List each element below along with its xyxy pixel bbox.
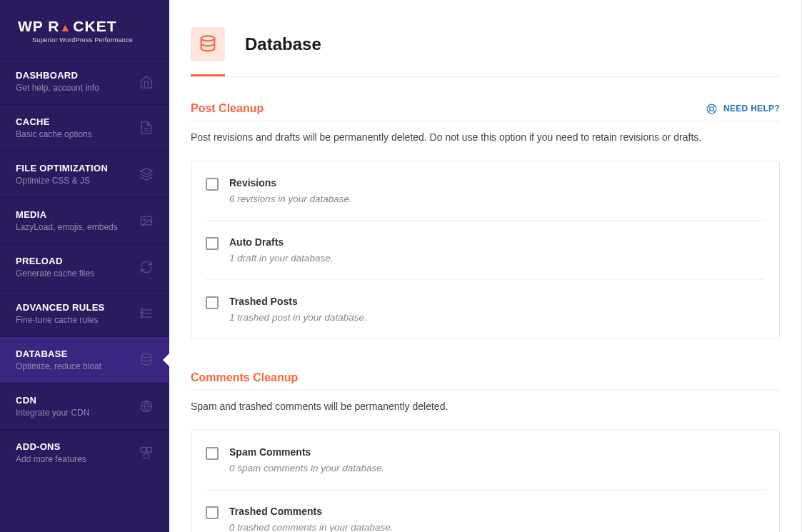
sidebar-item-dashboard[interactable]: DASHBOARD Get help, account info bbox=[0, 58, 169, 104]
option-box: Revisions 6 revisions in your database. … bbox=[191, 161, 780, 339]
home-icon bbox=[139, 74, 154, 89]
sidebar-item-label: PRELOAD bbox=[16, 256, 94, 266]
page-header: Database bbox=[169, 0, 801, 74]
rocket-icon: ▲ bbox=[59, 21, 71, 34]
option-checkbox[interactable] bbox=[206, 178, 219, 191]
option-label: Trashed Posts bbox=[229, 296, 367, 307]
svg-rect-10 bbox=[141, 316, 144, 318]
refresh-icon bbox=[139, 260, 154, 274]
option-checkbox[interactable] bbox=[206, 296, 219, 309]
image-icon bbox=[139, 214, 154, 228]
svg-point-11 bbox=[141, 354, 151, 358]
section: Post Cleanup NEED HELP? Post revisions a… bbox=[169, 77, 801, 346]
list-icon bbox=[139, 306, 154, 321]
svg-point-19 bbox=[710, 106, 714, 111]
sidebar-item-label: DASHBOARD bbox=[16, 70, 99, 81]
database-header-icon bbox=[191, 27, 225, 61]
sidebar: WP R▲CKET Superior WordPress Performance… bbox=[0, 0, 169, 532]
svg-rect-14 bbox=[141, 448, 146, 453]
sidebar-item-sub: Generate cache files bbox=[16, 268, 94, 278]
svg-rect-16 bbox=[144, 453, 149, 458]
sidebar-item-cache[interactable]: CACHE Basic cache options bbox=[0, 104, 169, 151]
option-checkbox[interactable] bbox=[206, 447, 219, 460]
sidebar-item-sub: Optimize, reduce bloat bbox=[16, 361, 101, 371]
option-checkbox[interactable] bbox=[206, 506, 219, 519]
option-row: Revisions 6 revisions in your database. bbox=[206, 161, 765, 221]
svg-point-4 bbox=[144, 219, 146, 221]
cubes-icon bbox=[139, 446, 154, 460]
database-icon bbox=[139, 353, 154, 367]
option-sub: 0 trashed comments in your database. bbox=[229, 522, 394, 532]
sidebar-item-label: FILE OPTIMIZATION bbox=[16, 163, 108, 174]
sidebar-item-sub: Optimize CSS & JS bbox=[16, 176, 108, 186]
option-box: Spam Comments 0 spam comments in your da… bbox=[191, 430, 780, 532]
sidebar-item-label: MEDIA bbox=[16, 209, 118, 220]
sidebar-item-sub: Add more features bbox=[16, 454, 86, 464]
option-row: Trashed Comments 0 trashed comments in y… bbox=[206, 490, 765, 532]
sidebar-item-add-ons[interactable]: ADD-ONS Add more features bbox=[0, 429, 169, 476]
svg-line-21 bbox=[713, 110, 716, 112]
option-label: Spam Comments bbox=[229, 446, 385, 458]
svg-rect-9 bbox=[141, 312, 144, 314]
svg-line-20 bbox=[708, 105, 711, 107]
section-title: Post Cleanup bbox=[191, 102, 264, 115]
option-sub: 6 revisions in your database. bbox=[229, 194, 352, 204]
page-title: Database bbox=[245, 34, 321, 54]
need-help-label: NEED HELP? bbox=[723, 104, 780, 114]
sidebar-item-advanced-rules[interactable]: ADVANCED RULES Fine-tune cache rules bbox=[0, 290, 169, 336]
option-row: Spam Comments 0 spam comments in your da… bbox=[206, 431, 765, 490]
option-checkbox[interactable] bbox=[206, 237, 219, 250]
svg-line-22 bbox=[713, 105, 716, 107]
logo-subtitle: Superior WordPress Performance bbox=[32, 36, 151, 44]
svg-rect-8 bbox=[141, 308, 144, 311]
sidebar-item-label: ADVANCED RULES bbox=[16, 302, 105, 313]
sidebar-item-sub: Integrate your CDN bbox=[16, 408, 89, 418]
help-icon bbox=[706, 103, 718, 115]
option-label: Revisions bbox=[229, 177, 352, 189]
svg-marker-2 bbox=[141, 169, 153, 174]
main-content: Database Post Cleanup NEED HELP? Post re… bbox=[169, 0, 802, 532]
svg-line-23 bbox=[708, 110, 711, 112]
option-row: Auto Drafts 1 draft in your database. bbox=[206, 221, 765, 280]
sidebar-item-sub: Get help, account info bbox=[16, 83, 99, 93]
sidebar-item-file-optimization[interactable]: FILE OPTIMIZATION Optimize CSS & JS bbox=[0, 151, 169, 197]
sidebar-item-cdn[interactable]: CDN Integrate your CDN bbox=[0, 383, 169, 429]
option-sub: 0 spam comments in your database. bbox=[229, 463, 385, 473]
sidebar-item-label: ADD-ONS bbox=[16, 441, 86, 452]
section-description: Spam and trashed comments will be perman… bbox=[191, 401, 780, 412]
sidebar-item-label: CDN bbox=[16, 395, 89, 406]
sidebar-item-sub: LazyLoad, emojis, embeds bbox=[16, 222, 118, 232]
option-sub: 1 trashed post in your database. bbox=[229, 312, 367, 323]
section-title: Comments Cleanup bbox=[191, 371, 298, 384]
option-sub: 1 draft in your database. bbox=[229, 253, 334, 264]
globe-icon bbox=[139, 399, 154, 413]
sidebar-item-database[interactable]: DATABASE Optimize, reduce bloat bbox=[0, 336, 169, 383]
option-label: Auto Drafts bbox=[229, 236, 334, 248]
svg-rect-15 bbox=[147, 448, 152, 453]
sidebar-item-label: CACHE bbox=[16, 116, 92, 127]
sidebar-item-sub: Basic cache options bbox=[16, 129, 92, 139]
file-icon bbox=[139, 121, 154, 135]
option-label: Trashed Comments bbox=[229, 506, 394, 517]
sidebar-item-preload[interactable]: PRELOAD Generate cache files bbox=[0, 244, 169, 290]
layers-icon bbox=[139, 167, 154, 181]
need-help-link[interactable]: NEED HELP? bbox=[706, 103, 780, 115]
section-description: Post revisions and drafts will be perman… bbox=[191, 131, 780, 143]
sidebar-item-sub: Fine-tune cache rules bbox=[16, 315, 105, 325]
svg-point-17 bbox=[201, 36, 215, 41]
section: Comments Cleanup Spam and trashed commen… bbox=[169, 346, 801, 532]
logo-title: WP R▲CKET bbox=[18, 18, 151, 35]
option-row: Trashed Posts 1 trashed post in your dat… bbox=[206, 280, 765, 338]
logo: WP R▲CKET Superior WordPress Performance bbox=[0, 0, 169, 58]
sidebar-item-media[interactable]: MEDIA LazyLoad, emojis, embeds bbox=[0, 197, 169, 244]
sidebar-item-label: DATABASE bbox=[16, 348, 101, 359]
